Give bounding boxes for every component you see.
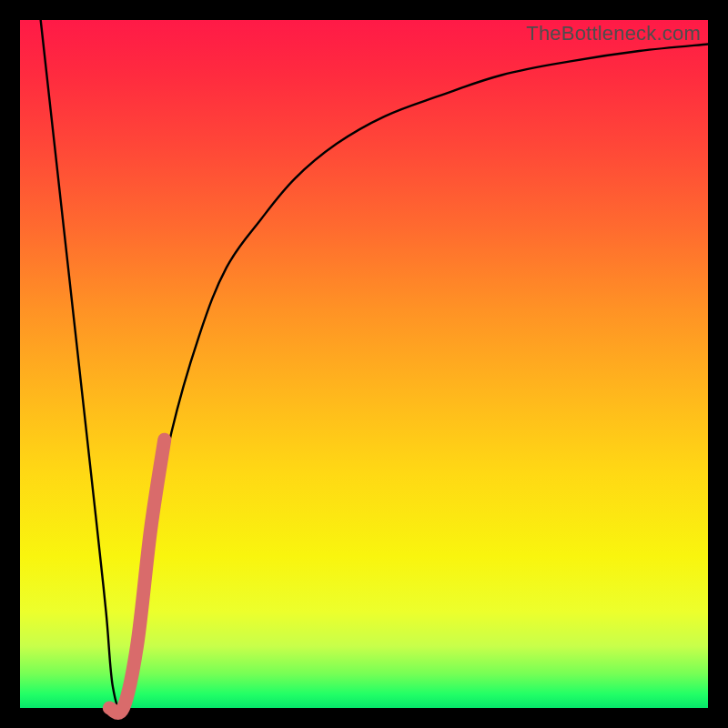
chart-svg xyxy=(20,20,708,708)
highlight-segment-path xyxy=(109,440,164,713)
chart-plot-area: TheBottleneck.com xyxy=(20,20,708,708)
watermark-text: TheBottleneck.com xyxy=(526,22,701,46)
chart-frame: TheBottleneck.com xyxy=(0,0,728,728)
